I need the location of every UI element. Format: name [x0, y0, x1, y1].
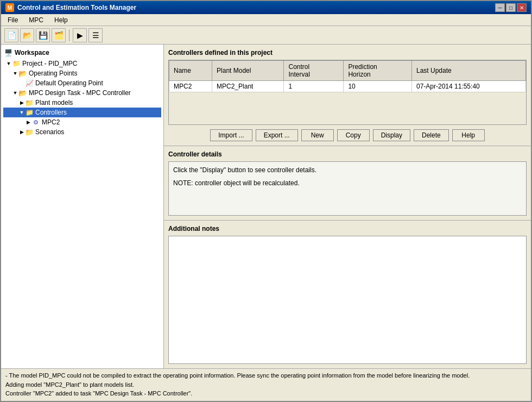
notes-title: Additional notes: [168, 225, 527, 233]
mpc-design-label: MPC Design Task - MPC Controller: [29, 89, 131, 97]
cell-control-interval: 1: [284, 81, 344, 92]
toolbar-separator: [69, 29, 69, 41]
operating-points-label: Operating Points: [29, 70, 77, 77]
project-label: Project - PID_MPC: [22, 60, 77, 67]
export-button[interactable]: Export ...: [256, 129, 298, 141]
details-box: Click the "Display" button to see contro…: [168, 161, 527, 216]
expander-default-op: [18, 80, 25, 86]
status-line-1: - The model PID_MPC could not be compile…: [5, 371, 527, 380]
maximize-button[interactable]: □: [506, 3, 516, 12]
plant-models-icon: 📁: [25, 98, 34, 107]
open-button[interactable]: 📂: [20, 28, 34, 42]
menu-file[interactable]: File: [3, 15, 22, 25]
list-button[interactable]: ☰: [88, 28, 103, 42]
controllers-section: Controllers defined in this project Name…: [164, 45, 531, 146]
tree-node-default-op[interactable]: 📈 Default Operating Point: [3, 78, 161, 88]
details-title: Controller details: [168, 150, 527, 158]
controllers-icon: 📁: [25, 108, 34, 117]
col-name: Name: [169, 61, 212, 81]
notes-section: Additional notes: [164, 221, 531, 368]
save-all-button[interactable]: 🗂️: [52, 28, 66, 42]
default-op-icon: 📈: [25, 79, 34, 87]
delete-button[interactable]: Delete: [414, 129, 449, 141]
mpc2-label: MPC2: [42, 118, 60, 126]
right-panel: Controllers defined in this project Name…: [164, 45, 531, 368]
table-row[interactable]: MPC2 MPC2_Plant 1 10 07-Apr-2014 11:55:4…: [169, 81, 526, 92]
scenarios-icon: 📁: [25, 128, 34, 136]
copy-button[interactable]: Copy: [337, 129, 370, 141]
cell-last-update: 07-Apr-2014 11:55:40: [411, 81, 525, 92]
toolbar: 📄 📂 💾 🗂️ ▶ ☰: [1, 26, 531, 45]
menu-mpc[interactable]: MPC: [24, 15, 48, 25]
col-prediction-horizon: Prediction Horizon: [344, 61, 412, 81]
mpc2-icon: ⚙: [31, 118, 40, 127]
run-button[interactable]: ▶: [73, 28, 87, 42]
save-button[interactable]: 💾: [36, 28, 50, 42]
new-doc-button[interactable]: 📄: [4, 28, 18, 42]
status-line-2: Adding model "MPC2_Plant" to plant model…: [5, 380, 527, 390]
import-button[interactable]: Import ...: [210, 129, 252, 141]
scenarios-label: Scenarios: [35, 128, 64, 136]
expander-operating-points: ▼: [12, 70, 18, 77]
tree-node-scenarios[interactable]: ▶ 📁 Scenarios: [3, 127, 161, 137]
expander-mpc-design: ▼: [12, 90, 18, 96]
tree-node-operating-points[interactable]: ▼ 📂 Operating Points: [3, 68, 161, 78]
details-line1: Click the "Display" button to see contro…: [173, 166, 522, 174]
window-title: Control and Estimation Tools Manager: [17, 4, 136, 11]
cell-prediction-horizon: 10: [344, 81, 412, 92]
expander-scenarios: ▶: [18, 129, 25, 135]
default-op-label: Default Operating Point: [35, 79, 103, 87]
cell-name: MPC2: [169, 81, 212, 92]
sidebar: 🖥️ Workspace ▼ 📁 Project - PID_MPC ▼ 📂 O…: [1, 45, 164, 368]
title-bar-controls: ─ □ ✕: [495, 3, 527, 12]
workspace-icon: 🖥️: [4, 49, 12, 56]
tree-node-project[interactable]: ▼ 📁 Project - PID_MPC: [3, 59, 161, 68]
status-bar: - The model PID_MPC could not be compile…: [1, 368, 531, 401]
project-icon: 📁: [12, 59, 21, 68]
main-window: M Control and Estimation Tools Manager ─…: [0, 0, 532, 402]
workspace-label: 🖥️ Workspace: [3, 47, 161, 59]
mpc-design-icon: 📂: [18, 89, 27, 97]
status-line-3: Controller "MPC2" added to task "MPC Des…: [5, 389, 527, 398]
col-last-update: Last Update: [411, 61, 525, 81]
col-plant-model: Plant Model: [212, 61, 284, 81]
menu-help[interactable]: Help: [50, 15, 72, 25]
app-icon: M: [5, 3, 14, 12]
workspace-text: Workspace: [15, 49, 49, 56]
details-section: Controller details Click the "Display" b…: [164, 146, 531, 221]
col-control-interval: Control Interval: [284, 61, 344, 81]
cell-plant-model: MPC2_Plant: [212, 81, 284, 92]
notes-box[interactable]: [168, 236, 527, 364]
expander-controllers: ▼: [18, 109, 25, 116]
operating-points-icon: 📂: [18, 69, 27, 78]
expander-mpc2: ▶: [25, 119, 31, 125]
minimize-button[interactable]: ─: [495, 3, 505, 12]
tree-node-plant-models[interactable]: ▶ 📁 Plant models: [3, 98, 161, 108]
close-button[interactable]: ✕: [517, 3, 527, 12]
title-bar: M Control and Estimation Tools Manager ─…: [1, 1, 531, 14]
controllers-table-container: Name Plant Model Control Interval Predic…: [168, 60, 527, 125]
controllers-title: Controllers defined in this project: [168, 49, 527, 56]
tree-node-mpc-design[interactable]: ▼ 📂 MPC Design Task - MPC Controller: [3, 88, 161, 98]
expander-project: ▼: [5, 60, 12, 67]
controllers-label: Controllers: [35, 109, 67, 116]
display-button[interactable]: Display: [373, 129, 410, 141]
menu-bar: File MPC Help: [1, 14, 531, 26]
title-bar-left: M Control and Estimation Tools Manager: [5, 3, 136, 12]
main-content: 🖥️ Workspace ▼ 📁 Project - PID_MPC ▼ 📂 O…: [1, 45, 531, 368]
expander-plant-models: ▶: [18, 99, 25, 106]
action-buttons: Import ... Export ... New Copy Display D…: [168, 129, 527, 141]
help-button[interactable]: Help: [452, 129, 485, 141]
tree-node-mpc2[interactable]: ▶ ⚙ MPC2: [3, 117, 161, 127]
tree-node-controllers[interactable]: ▼ 📁 Controllers: [3, 108, 161, 117]
controllers-table: Name Plant Model Control Interval Predic…: [169, 60, 526, 92]
details-line2: NOTE: controller object will be recalcul…: [173, 179, 522, 187]
plant-models-label: Plant models: [35, 99, 73, 106]
new-button[interactable]: New: [301, 129, 334, 141]
